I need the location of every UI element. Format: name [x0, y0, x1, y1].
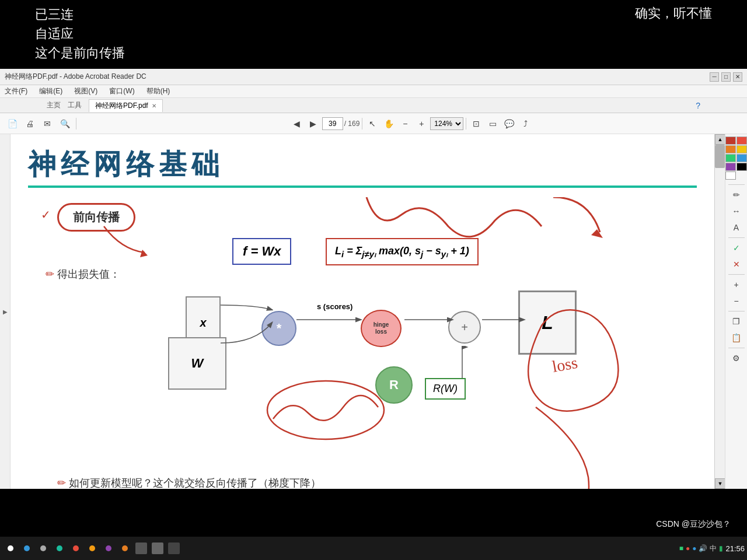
- comment-1: 已三连: [35, 5, 74, 24]
- taskbar-circle-6: [106, 545, 111, 551]
- present-button[interactable]: ▭: [485, 116, 500, 131]
- taskbar-item-5[interactable]: [84, 540, 100, 556]
- taskbar: ■ ● ● 🔊 中 ▮ 21:56: [0, 537, 747, 560]
- search-button[interactable]: 🔍: [57, 116, 72, 131]
- maximize-button[interactable]: □: [721, 72, 731, 82]
- arrow-plus-L: [482, 305, 529, 334]
- taskbar-net-icon: ●: [692, 544, 696, 552]
- color-purple[interactable]: [725, 163, 736, 171]
- color-orange[interactable]: [725, 145, 736, 153]
- sidebar-arrow[interactable]: ▶: [3, 309, 8, 315]
- taskbar-item-8[interactable]: [133, 540, 149, 556]
- scrollbar-right[interactable]: ▲ ▼: [714, 134, 725, 489]
- color-black[interactable]: [736, 163, 747, 171]
- taskbar-item-9[interactable]: [149, 540, 166, 556]
- pencil-icon-2: ✏: [57, 477, 66, 489]
- tab-close-button[interactable]: ✕: [152, 103, 156, 109]
- taskbar-windows-icon[interactable]: [2, 540, 19, 556]
- menu-edit[interactable]: 编辑(E): [37, 86, 65, 96]
- toolbar: 📄 🖨 ✉ 🔍 ◀ ▶ / 169 ↖ ✋ − + 124% 100% 75% …: [0, 113, 747, 134]
- cancel-button[interactable]: ✕: [728, 257, 745, 272]
- arrow-tool-button[interactable]: ↔: [728, 204, 745, 219]
- hand-button[interactable]: ✋: [381, 116, 396, 131]
- menubar: 文件(F) 编辑(E) 视图(V) 窗口(W) 帮助(H): [0, 85, 747, 98]
- confirm-button[interactable]: ✓: [728, 240, 745, 256]
- share-button[interactable]: ⤴: [518, 116, 533, 131]
- taskbar-status-icon: ■: [679, 544, 683, 552]
- taskbar-vol-icon: 🔊: [699, 544, 707, 552]
- color-red[interactable]: [725, 136, 736, 145]
- close-button[interactable]: ✕: [733, 72, 742, 82]
- fit-button[interactable]: ⊡: [469, 116, 484, 131]
- color-palette: [725, 136, 747, 180]
- taskbar-item-7[interactable]: [117, 540, 133, 556]
- formula-fx: f = Wx: [232, 238, 291, 265]
- taskbar-time: 21:56: [725, 544, 745, 553]
- color-red2[interactable]: [736, 136, 747, 145]
- toolbar-nav: ◀ ▶ / 169 ↖ ✋ − + 124% 100% 75% 150% ⊡ ▭…: [289, 116, 533, 131]
- titlebar: 神经网络PDF.pdf - Adobe Acrobat Reader DC ─ …: [0, 69, 747, 85]
- email-button[interactable]: ✉: [40, 116, 55, 131]
- scroll-up-button[interactable]: ▲: [715, 134, 725, 145]
- menu-help[interactable]: 帮助(H): [144, 86, 173, 96]
- menu-view[interactable]: 视图(V): [72, 86, 100, 96]
- svg-text:loss: loss: [551, 354, 579, 376]
- color-blue[interactable]: [736, 154, 747, 162]
- minus-button[interactable]: −: [728, 293, 745, 309]
- window-title: 神经网络PDF.pdf - Adobe Acrobat Reader DC: [5, 72, 710, 82]
- zoom-in-button[interactable]: +: [414, 116, 429, 131]
- content-area: ▶ 神经网络基础 ✓ 前向传播 ✏ 得出损失值：: [0, 134, 747, 489]
- taskbar-item-1[interactable]: [19, 540, 35, 556]
- draw-tool-button[interactable]: ✏: [728, 187, 745, 202]
- menu-file[interactable]: 文件(F): [2, 86, 30, 96]
- formula-fx-text: f = Wx: [243, 244, 281, 258]
- taskbar-item-4[interactable]: [68, 540, 84, 556]
- taskbar-item-10[interactable]: [166, 540, 182, 556]
- zoom-select[interactable]: 124% 100% 75% 150%: [430, 117, 463, 130]
- svg-point-4: [267, 381, 384, 439]
- copy-button[interactable]: ❐: [728, 314, 745, 329]
- new-button[interactable]: 📄: [5, 116, 20, 131]
- add-button[interactable]: +: [728, 277, 745, 292]
- nav-tools[interactable]: 工具: [68, 100, 82, 110]
- arrow-X-multiply: [221, 288, 273, 334]
- taskbar-battery-icon: ▮: [719, 544, 723, 552]
- color-white[interactable]: [725, 172, 736, 180]
- taskbar-item-2[interactable]: [35, 540, 51, 556]
- formula-loss-text: Li = Σj≠yᵢ max(0, sj − syᵢ + 1): [335, 245, 469, 257]
- desun-annotation: ✏ 得出损失值：: [46, 267, 120, 281]
- pointer-button[interactable]: ↖: [365, 116, 380, 131]
- toolbar-sep-1: [76, 118, 76, 130]
- nav-next-button[interactable]: ▶: [306, 116, 321, 131]
- menu-window[interactable]: 窗口(W): [107, 86, 137, 96]
- taskbar-circle-2: [40, 545, 46, 551]
- nav-home[interactable]: 主页: [47, 100, 61, 110]
- color-yellow[interactable]: [736, 145, 747, 153]
- pdf-tab[interactable]: 神经网络PDF.pdf ✕: [89, 99, 163, 112]
- comment-button[interactable]: 💬: [501, 116, 516, 131]
- window-controls: ─ □ ✕: [710, 72, 742, 82]
- taskbar-item-6[interactable]: [100, 540, 117, 556]
- color-green[interactable]: [725, 154, 736, 162]
- help-icon[interactable]: ?: [696, 101, 700, 110]
- nav-prev-button[interactable]: ◀: [289, 116, 305, 131]
- node-R: R: [375, 366, 413, 404]
- print-button[interactable]: 🖨: [22, 116, 37, 131]
- right-panel: ✏ ↔ A ✓ ✕ + − ❐ 📋 ⚙: [725, 134, 747, 489]
- zoom-out-button[interactable]: −: [397, 116, 413, 131]
- scroll-thumb[interactable]: [715, 145, 725, 168]
- settings-button[interactable]: ⚙: [728, 351, 745, 366]
- taskbar-warning-icon: ●: [686, 544, 690, 552]
- scroll-track: [715, 145, 725, 478]
- panel-sep-4: [728, 311, 745, 312]
- scroll-down-button[interactable]: ▼: [715, 478, 725, 489]
- paste-button[interactable]: 📋: [728, 330, 745, 345]
- taskbar-right: ■ ● ● 🔊 中 ▮ 21:56: [679, 544, 745, 554]
- minimize-button[interactable]: ─: [710, 72, 719, 82]
- text-tool-button[interactable]: A: [728, 220, 745, 235]
- csdn-watermark: CSDN @豆沙沙包？: [651, 518, 735, 531]
- taskbar-item-3[interactable]: [51, 540, 68, 556]
- panel-sep-3: [728, 274, 745, 275]
- page-number-input[interactable]: [322, 117, 343, 130]
- desun-label: 得出损失值：: [57, 268, 120, 280]
